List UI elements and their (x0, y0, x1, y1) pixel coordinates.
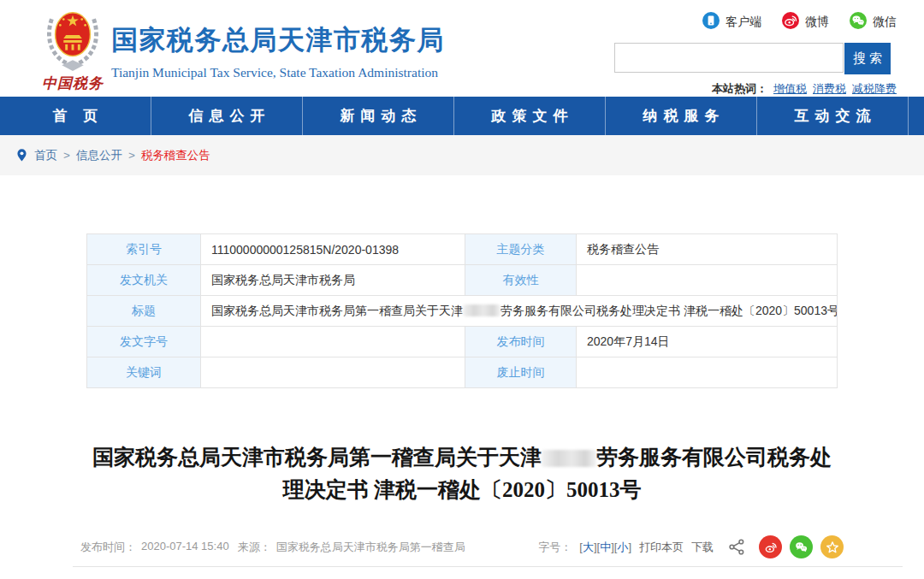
hot-words-label: 本站热词： (712, 82, 767, 95)
nav-item-tax-service[interactable]: 纳税服务 (606, 97, 757, 135)
font-size-label: 字号： (538, 540, 572, 555)
field-label-index-no: 索引号 (87, 234, 201, 265)
breadcrumb-home[interactable]: 首页 (34, 148, 57, 163)
print-page-button[interactable]: 打印本页 (639, 540, 684, 555)
publish-time-label: 发布时间： (80, 540, 136, 555)
nav-item-interaction[interactable]: 互动交流 (757, 97, 909, 135)
field-label-repeal-date: 废止时间 (465, 357, 577, 388)
source-label: 来源： (238, 540, 271, 555)
nav-item-policy[interactable]: 政策文件 (454, 97, 606, 135)
nav-item-news[interactable]: 新闻动态 (303, 97, 454, 135)
share-weibo-icon[interactable] (759, 535, 782, 558)
table-row: 发文机关 国家税务总局天津市税务局 有效性 (87, 265, 838, 296)
field-value-publish-date: 2020年7月14日 (577, 327, 838, 357)
field-value-index-no: 11100000000125815N/2020-01398 (201, 234, 465, 265)
location-pin-icon (15, 148, 28, 162)
breadcrumb-current: 税务稽查公告 (141, 148, 210, 163)
field-value-issuing-agency: 国家税务总局天津市税务局 (201, 265, 465, 296)
field-value-keywords (201, 357, 465, 388)
content-divider (73, 566, 903, 567)
hot-word-link-vat[interactable]: 增值税 (773, 82, 807, 95)
field-label-issuing-agency: 发文机关 (87, 265, 201, 296)
field-value-repeal-date (577, 357, 838, 388)
table-row: 索引号 11100000000125815N/2020-01398 主题分类 税… (87, 234, 838, 265)
site-header: 中国税务 国家税务总局天津市税务局 Tianjin Municipal Tax … (0, 0, 924, 97)
table-row: 标题 国家税务总局天津市税务局第一稽查局关于天津劳务服务有限公司税务处理决定书 … (87, 296, 838, 327)
field-label-keywords: 关键词 (87, 357, 201, 388)
field-value-title: 国家税务总局天津市税务局第一稽查局关于天津劳务服务有限公司税务处理决定书 津税一… (201, 296, 838, 327)
hot-word-link-consumption-tax[interactable]: 消费税 (813, 82, 846, 95)
share-nodes-icon[interactable] (728, 538, 746, 556)
breadcrumb-separator: > (63, 149, 70, 162)
field-label-doc-number: 发文字号 (87, 327, 201, 357)
font-size-medium-button[interactable]: 中 (600, 541, 611, 553)
tax-emblem-icon (38, 60, 108, 74)
font-size-small-button[interactable]: 小 (617, 541, 628, 553)
hot-word-link-tax-cut[interactable]: 减税降费 (852, 82, 897, 95)
article-meta: 发布时间： 2020-07-14 15:40 来源： 国家税务总局天津市税务局第… (80, 540, 465, 555)
breadcrumb: 首页 > 信息公开 > 税务稽查公告 (0, 135, 924, 175)
redacted-company-name (542, 450, 596, 467)
field-label-validity: 有效性 (465, 265, 577, 296)
article-title: 国家税务总局天津市税务局第一稽查局关于天津劳务服务有限公司税务处理决定书 津税一… (84, 441, 840, 506)
share-buttons (759, 535, 844, 558)
table-row: 发文字号 发布时间 2020年7月14日 (87, 327, 838, 357)
table-row: 关键词 废止时间 (87, 357, 838, 388)
site-logo: 中国税务 (36, 5, 110, 93)
field-label-title: 标题 (87, 296, 201, 327)
search-input[interactable] (614, 43, 844, 73)
search-button[interactable]: 搜 索 (844, 43, 891, 74)
share-wechat-icon[interactable] (790, 535, 813, 558)
breadcrumb-separator: > (128, 149, 135, 162)
redacted-company-name (463, 304, 500, 316)
main-nav: 首 页 信息公开 新闻动态 政策文件 纳税服务 互动交流 (0, 97, 924, 135)
client-app-icon (702, 12, 720, 32)
client-app-link[interactable]: 客户端 (702, 12, 761, 32)
field-value-topic-category: 税务稽查公告 (577, 234, 838, 265)
site-title-en: Tianjin Municipal Tax Service, State Tax… (111, 65, 445, 80)
logo-caption: 中国税务 (36, 74, 110, 93)
nav-item-home[interactable]: 首 页 (0, 97, 151, 135)
font-size-controls: [大][中][小] (579, 540, 631, 555)
article-meta-row: 发布时间： 2020-07-14 15:40 来源： 国家税务总局天津市税务局第… (80, 535, 844, 558)
hot-words: 本站热词：增值税消费税减税降费 (614, 81, 897, 97)
breadcrumb-info-disclosure[interactable]: 信息公开 (76, 148, 122, 163)
weibo-link[interactable]: 微博 (782, 12, 829, 32)
site-search: 搜 索 (614, 43, 897, 74)
document-info-table: 索引号 11100000000125815N/2020-01398 主题分类 税… (86, 233, 838, 388)
share-qzone-star-icon[interactable] (820, 535, 844, 558)
site-title-cn: 国家税务总局天津市税务局 (111, 22, 445, 58)
header-social-links: 客户端 微博 (614, 12, 897, 32)
nav-filler (909, 97, 924, 135)
font-size-large-button[interactable]: 大 (583, 541, 594, 553)
publish-time-value: 2020-07-14 15:40 (141, 540, 229, 555)
field-label-topic-category: 主题分类 (465, 234, 577, 265)
article-tools: 字号： [大][中][小] 打印本页 下载 (538, 535, 844, 558)
wechat-icon (850, 12, 867, 32)
field-value-validity (577, 265, 838, 296)
wechat-link[interactable]: 微信 (850, 12, 897, 32)
download-button[interactable]: 下载 (691, 540, 714, 555)
nav-item-info-disclosure[interactable]: 信息公开 (151, 97, 303, 135)
source-value: 国家税务总局天津市税务局第一稽查局 (276, 540, 465, 555)
field-value-doc-number (201, 327, 465, 357)
weibo-icon (782, 12, 799, 32)
field-label-publish-date: 发布时间 (465, 327, 577, 357)
